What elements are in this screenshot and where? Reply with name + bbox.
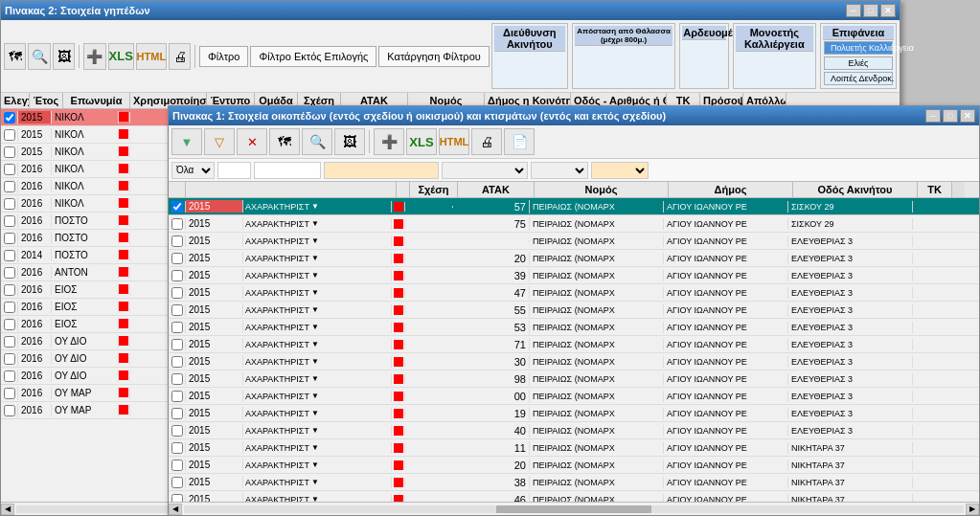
check-cell[interactable] xyxy=(1,266,18,280)
check-cell[interactable] xyxy=(1,283,18,297)
check-cell[interactable] xyxy=(1,197,18,211)
remove-filter-button[interactable]: Κατάργηση Φίλτρου xyxy=(378,46,489,67)
maximize-button[interactable]: □ xyxy=(943,109,958,123)
check-cell[interactable] xyxy=(169,201,186,213)
check-cell[interactable] xyxy=(169,253,186,264)
window2-controls[interactable]: ─ □ ✕ xyxy=(925,109,975,123)
entypo-filter[interactable] xyxy=(531,162,588,179)
check-cell[interactable] xyxy=(1,163,18,176)
loipes-button[interactable]: Λοιπές Δενδροκ. xyxy=(824,72,893,85)
check-cell[interactable] xyxy=(1,335,18,348)
table-row[interactable]: 2015 ΑΧΑΡΑΚΤΗΡΙΣΤ ▼ 47 ΠΕΙΡΑΙΩΣ (ΝΟΜΑΡΧ … xyxy=(169,284,979,302)
year-cell: 2016 xyxy=(18,370,52,382)
check-cell[interactable] xyxy=(1,404,18,417)
print-icon3[interactable]: 📄 xyxy=(504,128,535,155)
maximize-button[interactable]: □ xyxy=(863,4,878,17)
table-row[interactable]: 2015 ΑΧΑΡΑΚΤΗΡΙΣΤ ▼ 20 ΠΕΙΡΑΙΩΣ (ΝΟΜΑΡΧ … xyxy=(169,250,979,267)
check-cell[interactable] xyxy=(1,232,18,245)
check-cell[interactable] xyxy=(1,214,18,228)
red-sq xyxy=(119,388,130,399)
search-icon2[interactable]: 🔍 xyxy=(302,128,332,155)
table-row[interactable]: 2015 ΑΧΑΡΑΚΤΗΡΙΣΤ ▼ 53 ΠΕΙΡΑΙΩΣ (ΝΟΜΑΡΧ … xyxy=(169,319,979,336)
check-cell[interactable] xyxy=(1,370,18,383)
xrisi-filter[interactable] xyxy=(442,162,528,179)
check-cell[interactable] xyxy=(169,477,186,488)
check-cell[interactable] xyxy=(1,352,18,366)
check-cell[interactable] xyxy=(1,146,18,159)
win2-hscrollbar[interactable]: ◀ Amor ▶ xyxy=(169,502,979,515)
check-cell[interactable] xyxy=(1,249,18,262)
image-icon[interactable]: 🖼 xyxy=(53,43,75,70)
table-row[interactable]: 2015 ΑΧΑΡΑΚΤΗΡΙΣΤ ▼ 00 ΠΕΙΡΑΙΩΣ (ΝΟΜΑΡΧ … xyxy=(169,388,979,405)
table-row[interactable]: 2015 ΑΧΑΡΑΚΤΗΡΙΣΤ ▼ 11 ΠΕΙΡΑΙΩΣ (ΝΟΜΑΡΧ … xyxy=(169,439,979,457)
xls-icon[interactable]: XLS xyxy=(108,43,134,70)
check-cell[interactable] xyxy=(1,318,18,331)
check-cell[interactable] xyxy=(169,339,186,350)
check-cell[interactable] xyxy=(1,111,18,124)
table-row[interactable]: 2015 ΑΧΑΡΑΚΤΗΡΙΣΤ ▼ 98 ΠΕΙΡΑΙΩΣ (ΝΟΜΑΡΧ … xyxy=(169,370,979,388)
polyetes-button[interactable]: Πολυετής Καλλιέργεια xyxy=(824,41,893,55)
table-row[interactable]: 2015 ΑΧΑΡΑΚΤΗΡΙΣΤ▼ 75 ΠΕΙΡΑΙΩΣ (ΝΟΜΑΡΧ Α… xyxy=(169,215,979,233)
map-icon2[interactable]: 🗺 xyxy=(269,128,300,155)
table-row[interactable]: 2015 ΑΧΑΡΑΚΤΗΡΙΣΤ ▼ 20 ΠΕΙΡΑΙΩΣ (ΝΟΜΑΡΧ … xyxy=(169,457,979,474)
add-icon[interactable]: ➕ xyxy=(83,43,105,70)
check-cell[interactable] xyxy=(169,373,186,385)
table-row[interactable]: 2015 ΑΧΑΡΑΚΤΗΡΙΣΤ ▼ 55 ΠΕΙΡΑΙΩΣ (ΝΟΜΑΡΧ … xyxy=(169,302,979,319)
add-icon2[interactable]: ➕ xyxy=(374,128,404,155)
check-cell[interactable] xyxy=(169,391,186,402)
map-icon[interactable]: 🗺 xyxy=(4,43,26,70)
table-row[interactable]: 2015 ΑΧΑΡΑΚΤΗΡΙΣΤ ▼ 39 ΠΕΙΡΑΙΩΣ (ΝΟΜΑΡΧ … xyxy=(169,267,979,284)
print-icon[interactable]: 🖨 xyxy=(169,43,191,70)
table-row[interactable]: 2015 ΑΧΑΡΑΚΤΗΡΙΣΤ ▼ ΠΕΙΡΑΙΩΣ (ΝΟΜΑΡΧ ΑΓΙ… xyxy=(169,233,979,250)
check-cell[interactable] xyxy=(169,356,186,368)
close-button[interactable]: ✕ xyxy=(880,4,896,17)
check-cell[interactable] xyxy=(169,270,186,281)
image-icon2[interactable]: 🖼 xyxy=(334,128,365,155)
check-cell[interactable] xyxy=(169,287,186,299)
xls-icon2[interactable]: XLS xyxy=(406,128,437,155)
check-cell[interactable] xyxy=(1,387,18,400)
filter-icon2[interactable]: ▽ xyxy=(204,128,235,155)
html-icon[interactable]: HTML xyxy=(136,43,167,70)
etos-filter[interactable] xyxy=(217,162,251,179)
check-cell[interactable] xyxy=(169,304,186,316)
filter-outside-button[interactable]: Φίλτρο Εκτός Επιλογής xyxy=(250,46,376,67)
minimize-button[interactable]: ─ xyxy=(846,4,861,17)
table-row[interactable]: 2015 ΑΧΑΡΑΚΤΗΡΙΣΤ ▼ 19 ΠΕΙΡΑΙΩΣ (ΝΟΜΑΡΧ … xyxy=(169,405,979,422)
check-cell[interactable] xyxy=(169,425,186,437)
filter-icon1[interactable]: ▼ xyxy=(171,128,202,155)
table-row[interactable]: 2015 ΑΧΑΡΑΚΤΗΡΙΣΤ ▼ 40 ΠΕΙΡΑΙΩΣ (ΝΟΜΑΡΧ … xyxy=(169,422,979,439)
table-row[interactable]: 2015 ΑΧΑΡΑΚΤΗΡΙΣΤ ▼ 57 ΠΕΙΡΑΙΩΣ (ΝΟΜΑΡΧ … xyxy=(169,198,979,215)
window1-controls[interactable]: ─ □ ✕ xyxy=(846,4,896,17)
scroll-right2[interactable]: ▶ xyxy=(966,504,979,515)
minimize-button[interactable]: ─ xyxy=(925,109,941,123)
close-button[interactable]: ✕ xyxy=(960,109,975,123)
table-row[interactable]: 2015 ΑΧΑΡΑΚΤΗΡΙΣΤ ▼ 46 ΠΕΙΡΑΙΩΣ (ΝΟΜΑΡΧ … xyxy=(169,491,979,502)
table-row[interactable]: 2015 ΑΧΑΡΑΚΤΗΡΙΣΤ ▼ 71 ΠΕΙΡΑΙΩΣ (ΝΟΜΑΡΧ … xyxy=(169,336,979,353)
scroll-left[interactable]: ◀ xyxy=(1,504,14,515)
table-row[interactable]: 2015 ΑΧΑΡΑΚΤΗΡΙΣΤ ▼ 38 ΠΕΙΡΑΙΩΣ (ΝΟΜΑΡΧ … xyxy=(169,474,979,491)
all-filter-select[interactable]: Όλα xyxy=(171,162,215,179)
check-cell[interactable] xyxy=(169,218,186,230)
check-cell[interactable] xyxy=(1,128,18,142)
omada-filter[interactable] xyxy=(591,162,649,179)
check-cell[interactable] xyxy=(169,442,186,454)
check-cell[interactable] xyxy=(169,408,186,419)
elies-button[interactable]: Ελιές xyxy=(824,56,893,70)
window2-title: Πινακας 1: Στοιχεία οικοπέδων (εντός σχε… xyxy=(172,110,666,122)
table-row[interactable]: 2015 ΑΧΑΡΑΚΤΗΡΙΣΤ ▼ 30 ΠΕΙΡΑΙΩΣ (ΝΟΜΑΡΧ … xyxy=(169,353,979,370)
afm-filter[interactable] xyxy=(254,162,321,179)
eponymia-filter[interactable] xyxy=(324,162,439,179)
check-cell[interactable] xyxy=(1,301,18,314)
search-icon[interactable]: 🔍 xyxy=(28,43,50,70)
print-icon2[interactable]: 🖨 xyxy=(471,128,502,155)
check-cell[interactable] xyxy=(169,494,186,503)
check-cell[interactable] xyxy=(169,460,186,471)
filter-icon3[interactable]: ✕ xyxy=(237,128,267,155)
filter-button[interactable]: Φίλτρο xyxy=(199,46,248,67)
check-cell[interactable] xyxy=(169,322,186,333)
scroll-left2[interactable]: ◀ xyxy=(169,504,182,515)
check-cell[interactable] xyxy=(169,236,186,247)
html-icon2[interactable]: HTML xyxy=(439,128,469,155)
check-cell[interactable] xyxy=(1,180,18,193)
